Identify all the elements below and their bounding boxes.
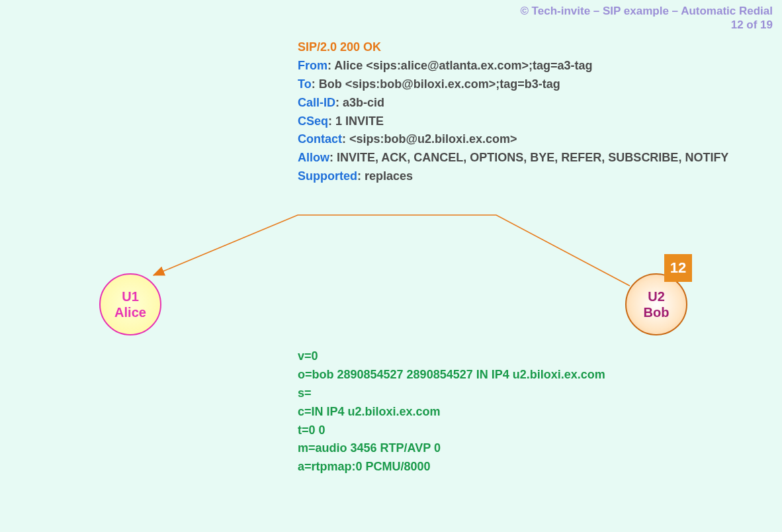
sip-header-to: To: Bob <sips:bob@biloxi.ex.com>;tag=b3-… — [298, 75, 728, 94]
sdp-m: m=audio 3456 RTP/AVP 0 — [298, 439, 605, 458]
to-key: To — [298, 77, 312, 91]
sip-message-block: SIP/2.0 200 OK From: Alice <sips:alice@a… — [298, 38, 728, 186]
sdp-a: a=rtpmap:0 PCMU/8000 — [298, 458, 605, 476]
sip-header-callid: Call-ID: a3b-cid — [298, 94, 728, 112]
node-u1-name: Alice — [114, 304, 146, 320]
contact-key: Contact — [298, 132, 342, 146]
sdp-s: s= — [298, 384, 605, 403]
sip-header-allow: Allow: INVITE, ACK, CANCEL, OPTIONS, BYE… — [298, 149, 728, 167]
from-value: : Alice <sips:alice@atlanta.ex.com>;tag=… — [327, 59, 593, 72]
from-key: From — [298, 59, 327, 72]
cseq-key: CSeq — [298, 114, 328, 128]
step-number-badge: 12 — [664, 254, 692, 282]
page-counter: 12 of 19 — [520, 18, 773, 32]
sdp-t: t=0 0 — [298, 421, 605, 440]
sip-header-cseq: CSeq: 1 INVITE — [298, 112, 728, 131]
step-number: 12 — [670, 259, 686, 277]
node-u1-alice: U1 Alice — [99, 273, 161, 335]
sip-header-contact: Contact: <sips:bob@u2.biloxi.ex.com> — [298, 130, 728, 149]
supported-value: : replaces — [357, 169, 413, 183]
to-value: : Bob <sips:bob@biloxi.ex.com>;tag=b3-ta… — [312, 77, 560, 91]
supported-key: Supported — [298, 169, 357, 183]
node-u1-id: U1 — [122, 288, 139, 304]
sip-header-supported: Supported: replaces — [298, 167, 728, 186]
sdp-body-block: v=0 o=bob 2890854527 2890854527 IN IP4 u… — [298, 347, 605, 476]
sdp-c: c=IN IP4 u2.biloxi.ex.com — [298, 403, 605, 421]
copyright-text: © Tech-invite – SIP example – Automatic … — [520, 4, 773, 18]
node-u2-bob: U2 Bob — [625, 273, 687, 335]
callid-key: Call-ID — [298, 96, 335, 109]
node-u2-name: Bob — [644, 304, 670, 320]
node-u2-id: U2 — [648, 288, 665, 304]
allow-value: : INVITE, ACK, CANCEL, OPTIONS, BYE, REF… — [329, 151, 728, 164]
contact-value: : <sips:bob@u2.biloxi.ex.com> — [342, 132, 517, 146]
callid-value: : a3b-cid — [335, 96, 384, 109]
copyright-block: © Tech-invite – SIP example – Automatic … — [520, 4, 773, 32]
sdp-o: o=bob 2890854527 2890854527 IN IP4 u2.bi… — [298, 366, 605, 384]
sip-status-line: SIP/2.0 200 OK — [298, 38, 728, 57]
cseq-value: : 1 INVITE — [328, 114, 384, 128]
sdp-v: v=0 — [298, 347, 605, 366]
sip-header-from: From: Alice <sips:alice@atlanta.ex.com>;… — [298, 57, 728, 75]
allow-key: Allow — [298, 151, 329, 164]
